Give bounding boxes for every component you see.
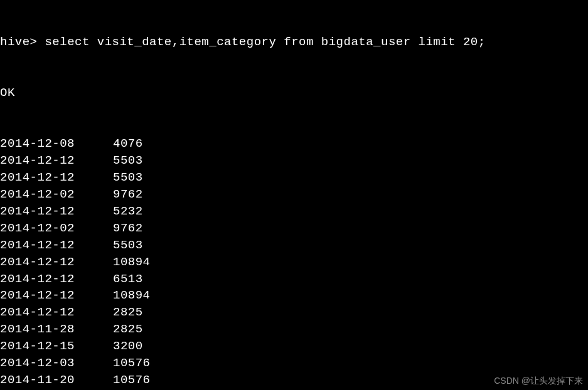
visit-date-cell: 2014-12-12 — [0, 152, 113, 169]
table-row: 2014-12-029762 — [0, 220, 588, 237]
visit-date-cell: 2014-12-12 — [0, 254, 113, 271]
visit-date-cell: 2014-12-02 — [0, 186, 113, 203]
visit-date-cell: 2014-12-08 — [0, 135, 113, 152]
ok-status: OK — [0, 85, 588, 102]
table-row: 2014-11-282825 — [0, 321, 588, 338]
result-rows: 2014-12-0840762014-12-1255032014-12-1255… — [0, 135, 588, 390]
table-row: 2014-12-125503 — [0, 237, 588, 254]
table-row: 2014-12-029762 — [0, 186, 588, 203]
visit-date-cell: 2014-12-02 — [0, 220, 113, 237]
query-line: hive> select visit_date,item_category fr… — [0, 34, 588, 51]
item-category-cell: 9762 — [113, 186, 143, 203]
sql-query: select visit_date,item_category from big… — [45, 35, 485, 49]
visit-date-cell: 2014-12-12 — [0, 169, 113, 186]
visit-date-cell: 2014-12-12 — [0, 304, 113, 321]
visit-date-cell: 2014-12-12 — [0, 237, 113, 254]
item-category-cell: 2825 — [113, 321, 143, 338]
table-row: 2014-12-125503 — [0, 152, 588, 169]
item-category-cell: 9762 — [113, 220, 143, 237]
visit-date-cell: 2014-12-15 — [0, 338, 113, 355]
table-row: 2014-12-0310576 — [0, 355, 588, 372]
item-category-cell: 10894 — [113, 254, 151, 271]
terminal-output[interactable]: hive> select visit_date,item_category fr… — [0, 0, 588, 390]
item-category-cell: 2825 — [113, 304, 143, 321]
item-category-cell: 10576 — [113, 372, 151, 389]
prompt: hive> — [0, 35, 45, 49]
visit-date-cell: 2014-12-12 — [0, 271, 113, 288]
table-row: 2014-12-125503 — [0, 169, 588, 186]
table-row: 2014-12-122825 — [0, 304, 588, 321]
item-category-cell: 10576 — [113, 355, 151, 372]
table-row: 2014-12-153200 — [0, 338, 588, 355]
item-category-cell: 3200 — [113, 338, 143, 355]
visit-date-cell: 2014-12-12 — [0, 203, 113, 220]
item-category-cell: 10894 — [113, 287, 151, 304]
visit-date-cell: 2014-11-28 — [0, 321, 113, 338]
item-category-cell: 5232 — [113, 203, 143, 220]
item-category-cell: 5503 — [113, 237, 143, 254]
watermark: CSDN @让头发掉下来 — [494, 375, 583, 387]
visit-date-cell: 2014-11-20 — [0, 372, 113, 389]
visit-date-cell: 2014-12-12 — [0, 287, 113, 304]
item-category-cell: 6513 — [113, 271, 143, 288]
table-row: 2014-12-125232 — [0, 203, 588, 220]
item-category-cell: 4076 — [113, 135, 143, 152]
table-row: 2014-12-1210894 — [0, 254, 588, 271]
item-category-cell: 5503 — [113, 169, 143, 186]
visit-date-cell: 2014-12-03 — [0, 355, 113, 372]
table-row: 2014-12-126513 — [0, 271, 588, 288]
table-row: 2014-12-1210894 — [0, 287, 588, 304]
item-category-cell: 5503 — [113, 152, 143, 169]
table-row: 2014-12-084076 — [0, 135, 588, 152]
